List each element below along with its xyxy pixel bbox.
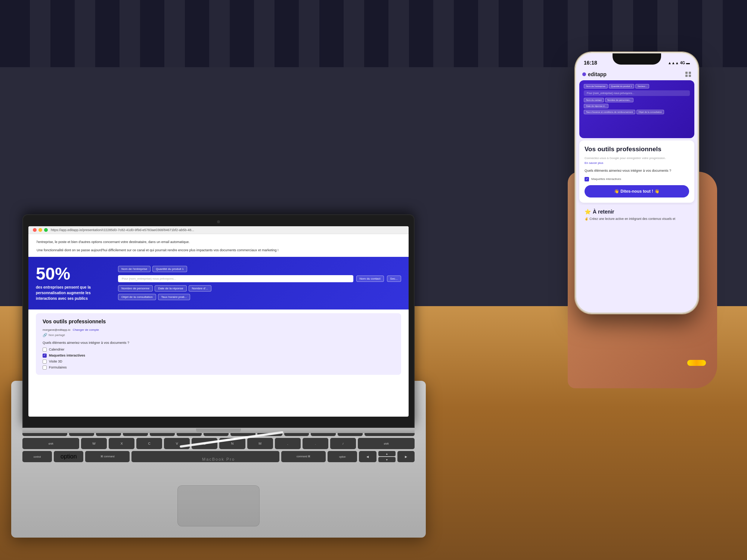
sofa-stripe xyxy=(75,0,95,67)
phone-learn-more-link[interactable]: En savoir plus xyxy=(585,161,689,165)
iphone-notch xyxy=(613,53,661,65)
macbook-notch xyxy=(196,429,241,432)
macbook-hinge xyxy=(22,428,415,433)
phone-tools-title: Vos outils professionnels xyxy=(585,146,689,153)
phone-tags-row3: Date de réponse d... xyxy=(584,104,690,108)
banner-description: des entreprises pensent que la personnal… xyxy=(36,284,111,301)
key-command-right[interactable]: command ⌘ xyxy=(281,451,326,462)
phone-tag-objet: Objet de la consultation xyxy=(636,110,664,114)
key-slash[interactable]: / xyxy=(330,438,356,449)
checkbox-formulaires-input[interactable] xyxy=(43,365,47,370)
url-bar: https://app.editapp.io/presentation/r222… xyxy=(28,226,409,234)
grid-dot-1 xyxy=(685,72,688,74)
sofa-stripe xyxy=(388,0,409,67)
tools-question: Quels éléments aimeriez-vous intégrer à … xyxy=(43,341,394,345)
zxcv-row: shift W X C V B N M , . / shift xyxy=(22,438,415,449)
sofa-stripe xyxy=(254,0,275,67)
phone-tags-row4: Taux d'avance et conditions de rembourse… xyxy=(584,110,690,114)
tools-email-row: morgane@editapp.io Changer de compte xyxy=(43,328,394,332)
retenir-title: ⭐ À retenir xyxy=(585,209,689,215)
phone-checkbox-checked[interactable]: ✓ xyxy=(585,177,589,181)
banner-stat: 50% des entreprises pensent que la perso… xyxy=(36,265,111,301)
tag-date: Date de la réponse xyxy=(155,285,187,292)
tag-row-1: Nom de l'entreprise Quantité du produit … xyxy=(118,266,401,272)
article-text-2: Une fonctionnalité dont on se passe aujo… xyxy=(37,248,400,253)
banner-input: Pour {nom_entreprise} nous prévoyons... xyxy=(118,275,353,282)
key-shift-r[interactable]: shift xyxy=(358,438,415,449)
phone-retenir-section: ⭐ À retenir ✌️ Créez une lecture active … xyxy=(579,205,694,225)
network-icon: 4G xyxy=(680,61,685,65)
key-w2[interactable]: W xyxy=(81,438,107,449)
tag-taux: Taux horaire prati... xyxy=(158,294,190,300)
phone-tag-nombre: Nombre de personnes... xyxy=(605,98,633,102)
change-account-link[interactable]: Changer de compte xyxy=(73,328,99,332)
checkbox-visite-label: Visite 3D xyxy=(49,360,62,363)
sofa-stripe xyxy=(30,0,50,67)
iphone-screen: 16:18 ▲▲▲ 4G ▬ editapp xyxy=(576,53,697,312)
tag-company: Nom de l'entreprise xyxy=(118,266,151,272)
checkbox-visite-input[interactable] xyxy=(43,360,47,364)
input-row: Pour {nom_entreprise} nous prévoyons... … xyxy=(118,275,401,282)
phone-cta-button[interactable]: 👋 Dites-nous tout ! 👋 xyxy=(585,185,689,197)
tools-email: morgane@editapp.io xyxy=(43,328,70,332)
macbook-camera xyxy=(217,220,220,223)
phone-tag-company: Nom de l'entreprise xyxy=(584,84,608,88)
key-m[interactable]: M xyxy=(247,438,273,449)
key-option-left[interactable]: option xyxy=(54,451,83,462)
key-arrows-ud: ▲ ▼ xyxy=(378,451,396,462)
iphone: 16:18 ▲▲▲ 4G ▬ editapp xyxy=(575,52,698,314)
phone-tag-contact: Nom du contact xyxy=(584,98,604,102)
checkbox-maquettes-input[interactable]: ✓ xyxy=(43,354,47,358)
key-arrow-d[interactable]: ▼ xyxy=(378,457,396,462)
tools-section: Vos outils professionnels morgane@editap… xyxy=(36,313,401,375)
checkbox-visite: Visite 3D xyxy=(43,360,394,364)
phone-tag-quantity: Quantité du produit 1 xyxy=(609,84,634,88)
article-section: l'entreprise, le poste et bien d'autres … xyxy=(28,234,409,257)
app-header: editapp xyxy=(576,69,697,79)
retenir-title-text: À retenir xyxy=(593,209,614,215)
macbook-bezel: https://app.editapp.io/presentation/r222… xyxy=(22,214,415,428)
key-x[interactable]: X xyxy=(109,438,134,449)
key-control[interactable]: control xyxy=(22,451,52,462)
key-arrow-r[interactable]: ▶ xyxy=(397,451,415,462)
tag-row-2: Nombre de personne Date de la réponse No… xyxy=(118,285,401,292)
grid-menu-icon[interactable] xyxy=(685,72,691,77)
key-option-right-label: option xyxy=(339,455,346,458)
tag-contact: Nom du contact xyxy=(356,276,384,282)
tools-title: Vos outils professionnels xyxy=(43,318,394,324)
app-name: editapp xyxy=(588,71,607,77)
key-arrow-l[interactable]: ◀ xyxy=(359,451,376,462)
key-c[interactable]: C xyxy=(136,438,162,449)
tag-quantity: Quantité du produit 1 xyxy=(152,266,187,272)
checkbox-calendrier-label: Calendrier xyxy=(49,348,65,351)
sofa-stripe xyxy=(523,0,543,67)
macbook-label: MacBook Pro xyxy=(202,457,235,461)
bracelet xyxy=(687,360,706,366)
sofa-stripe xyxy=(299,0,319,67)
key-period[interactable]: . xyxy=(303,438,328,449)
key-v[interactable]: V xyxy=(164,438,190,449)
checkbox-calendrier-input[interactable] xyxy=(43,348,47,352)
shared-label: Non partagé xyxy=(49,333,65,337)
checkbox-maquettes-label: Maquettes interactives xyxy=(49,354,85,357)
key-option-right[interactable]: option xyxy=(328,451,357,462)
banner-percent: 50% xyxy=(36,265,111,282)
macbook-screen: https://app.editapp.io/presentation/r222… xyxy=(28,226,409,417)
retenir-icon: ⭐ xyxy=(585,209,591,215)
tag-sec: Sec... xyxy=(387,276,401,282)
shared-status: 🔗 Non partagé xyxy=(43,333,394,337)
grid-dot-3 xyxy=(685,75,688,77)
key-comma[interactable]: , xyxy=(275,438,301,449)
key-command-left[interactable]: ⌘ command xyxy=(85,451,130,462)
key-shift-l[interactable]: shift xyxy=(22,438,79,449)
tag-number2: Nombre d'... xyxy=(189,285,211,292)
article-text-1: l'entreprise, le poste et bien d'autres … xyxy=(37,239,400,245)
sofa-stripe xyxy=(478,0,499,67)
macbook-screen-area: https://app.editapp.io/presentation/r222… xyxy=(22,214,415,433)
phone-tags-row2: Nom du contact Nombre de personnes... xyxy=(584,98,690,102)
checkbox-formulaires: Formulaires xyxy=(43,365,394,370)
sofa-stripe xyxy=(209,0,230,67)
trackpad[interactable] xyxy=(177,485,260,526)
checkboxes-list: Calendrier ✓ Maquettes interactives Visi… xyxy=(43,348,394,370)
key-arrow-u[interactable]: ▲ xyxy=(378,451,396,456)
